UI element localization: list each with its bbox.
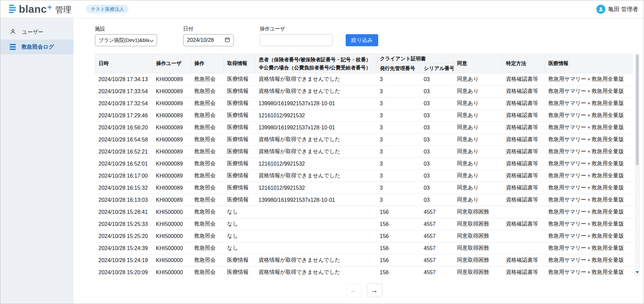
cell-patient: 資格情報が取得できませんでした bbox=[255, 266, 377, 276]
cell-acquired-info: 医療情報 bbox=[224, 146, 255, 158]
date-input[interactable]: 2024/10/28 bbox=[183, 34, 234, 46]
cell-patient: 139980/1619921537x128·10·01 bbox=[255, 122, 377, 134]
cell-consent: 同意あり bbox=[454, 134, 503, 146]
cell-datetime: 2024/10/28 16:52:01 bbox=[95, 158, 153, 170]
user-name: 亀田 管理者 bbox=[608, 5, 638, 13]
scrollbar-thumb[interactable] bbox=[636, 55, 639, 165]
cell-cert-mgmt-number: 3 bbox=[377, 170, 420, 182]
cell-acquired-info: 医療情報 bbox=[224, 98, 255, 110]
table-row: 2024/10/28 15:24:19 KHI500000 救急照会 医療情報 … bbox=[95, 254, 633, 266]
cell-datetime: 2024/10/28 17:29:46 bbox=[95, 110, 153, 122]
table-row: 2024/10/28 17:29:46 KHI000089 救急照会 医療情報 … bbox=[95, 110, 633, 122]
date-label: 日付 bbox=[183, 25, 234, 32]
cell-consent: 同意取得困難 bbox=[454, 266, 503, 276]
cell-cert-serial-number: 03 bbox=[420, 85, 454, 98]
cell-operation: 救急照会 bbox=[191, 266, 224, 276]
cell-cert-mgmt-number: 156 bbox=[377, 230, 420, 242]
table-row: 2024/10/28 17:34:13 KHI000089 救急照会 医療情報 … bbox=[95, 73, 633, 85]
col-header-operation: 操作 bbox=[191, 54, 224, 73]
cell-medical-info: 救急用サマリー＋救急用全量版 bbox=[545, 182, 633, 194]
cell-consent: 同意あり bbox=[454, 73, 503, 85]
cell-patient bbox=[255, 218, 377, 230]
arrow-down-icon bbox=[636, 271, 639, 273]
cell-consent: 同意取得困難 bbox=[454, 254, 503, 266]
prev-page-button[interactable]: ← bbox=[346, 284, 361, 297]
cell-acquired-info: 医療情報 bbox=[224, 73, 255, 85]
cell-medical-info: 救急用サマリー＋救急用全量版 bbox=[545, 194, 633, 206]
cell-cert-serial-number: 03 bbox=[420, 170, 454, 182]
cell-operator: KHI000089 bbox=[153, 85, 191, 98]
sidebar-item-emergency-log[interactable]: 救急照会ログ bbox=[0, 40, 73, 54]
filter-button[interactable]: 絞り込み bbox=[346, 34, 378, 46]
user-menu[interactable]: 亀田 管理者 bbox=[596, 5, 638, 14]
cell-operation: 救急照会 bbox=[191, 85, 224, 98]
cell-datetime: 2024/10/28 17:32:54 bbox=[95, 98, 153, 110]
cell-method: 資格確認書等 bbox=[503, 85, 545, 98]
cell-acquired-info: 医療情報 bbox=[224, 254, 255, 266]
pagination: ← → bbox=[95, 284, 633, 297]
cell-operation: 救急照会 bbox=[191, 73, 224, 85]
cell-operator: KHI000089 bbox=[153, 98, 191, 110]
facility-select[interactable]: ブラン病院(Dev1)&bla... bbox=[95, 34, 157, 46]
table-row: 2024/10/28 15:25:33 KHI500000 救急照会 なし 15… bbox=[95, 218, 633, 230]
log-table: 日時 操作ユーザ 操作 取得情報 患者（保険者番号/被保険者証番号・記号・枝番）… bbox=[95, 54, 633, 276]
col-header-datetime: 日時 bbox=[95, 54, 153, 73]
cell-acquired-info: 医療情報 bbox=[224, 122, 255, 134]
cell-method: 資格確認書等 bbox=[503, 158, 545, 170]
operator-filter: 操作ユーザ bbox=[260, 25, 333, 46]
cell-operation: 救急照会 bbox=[191, 134, 224, 146]
table-row: 2024/10/28 15:28:41 KHI500000 救急照会 なし 15… bbox=[95, 206, 633, 218]
scroll-down-button[interactable] bbox=[635, 269, 639, 275]
cell-datetime: 2024/10/28 16:52:21 bbox=[95, 146, 153, 158]
cell-operation: 救急照会 bbox=[191, 170, 224, 182]
cell-cert-serial-number: 03 bbox=[420, 110, 454, 122]
cell-acquired-info: なし bbox=[224, 242, 255, 254]
cell-datetime: 2024/10/28 15:25:33 bbox=[95, 218, 153, 230]
cell-method bbox=[503, 242, 545, 254]
cell-medical-info: 救急用サマリー＋救急用全量版 bbox=[545, 206, 633, 218]
cell-patient: 資格情報が取得できませんでした bbox=[255, 73, 377, 85]
cell-datetime: 2024/10/28 15:28:41 bbox=[95, 206, 153, 218]
app-logo: blanc + 管理 bbox=[9, 4, 71, 14]
cell-method bbox=[503, 206, 545, 218]
table-body: 2024/10/28 17:34:13 KHI000089 救急照会 医療情報 … bbox=[95, 73, 633, 276]
sidebar-item-label: ユーザー bbox=[22, 29, 44, 36]
cell-cert-serial-number: 03 bbox=[420, 146, 454, 158]
cell-cert-mgmt-number: 3 bbox=[377, 110, 420, 122]
operator-input[interactable] bbox=[260, 34, 333, 46]
cell-acquired-info: 医療情報 bbox=[224, 170, 255, 182]
cell-cert-serial-number: 4557 bbox=[420, 242, 454, 254]
cell-patient: 139980/1619921537x128·10·01 bbox=[255, 194, 377, 206]
cell-cert-serial-number: 4557 bbox=[420, 218, 454, 230]
table-row: 2024/10/28 16:54:58 KHI000089 救急照会 医療情報 … bbox=[95, 134, 633, 146]
cell-method: 資格確認書等 bbox=[503, 266, 545, 276]
cell-patient: 139980/1619921537x128·10·01 bbox=[255, 98, 377, 110]
cell-consent: 同意あり bbox=[454, 98, 503, 110]
cell-patient: 12161012/9921532 bbox=[255, 110, 377, 122]
cell-method: 資格確認書等 bbox=[503, 73, 545, 85]
cell-consent: 同意取得困難 bbox=[454, 230, 503, 242]
cell-consent: 同意あり bbox=[454, 85, 503, 98]
cell-cert-mgmt-number: 3 bbox=[377, 134, 420, 146]
cell-cert-mgmt-number: 3 bbox=[377, 122, 420, 134]
table-row: 2024/10/28 15:25:20 KHI500000 救急照会 なし 15… bbox=[95, 230, 633, 242]
cell-medical-info: 救急用サマリー＋救急用全量版 bbox=[545, 254, 633, 266]
cell-method bbox=[503, 230, 545, 242]
cell-cert-serial-number: 03 bbox=[420, 182, 454, 194]
sidebar-item-users[interactable]: ユーザー bbox=[0, 25, 73, 40]
topbar: blanc + 管理 テスト医療法人 亀田 管理者 bbox=[0, 0, 644, 18]
logo-suffix: 管理 bbox=[55, 5, 71, 14]
cell-acquired-info: なし bbox=[224, 206, 255, 218]
cell-cert-mgmt-number: 3 bbox=[377, 73, 420, 85]
next-page-button[interactable]: → bbox=[367, 284, 382, 297]
cell-consent: 同意あり bbox=[454, 170, 503, 182]
cell-operator: KHI000089 bbox=[153, 182, 191, 194]
cell-medical-info: 救急用サマリー＋救急用全量版 bbox=[545, 218, 633, 230]
cell-datetime: 2024/10/28 16:17:00 bbox=[95, 170, 153, 182]
cell-cert-mgmt-number: 3 bbox=[377, 146, 420, 158]
logo-text: blanc bbox=[19, 4, 47, 14]
table-scrollbar[interactable] bbox=[635, 54, 640, 276]
cell-medical-info: 救急用サマリー＋救急用全量版 bbox=[545, 122, 633, 134]
cell-cert-serial-number: 4557 bbox=[420, 206, 454, 218]
cell-patient bbox=[255, 206, 377, 218]
